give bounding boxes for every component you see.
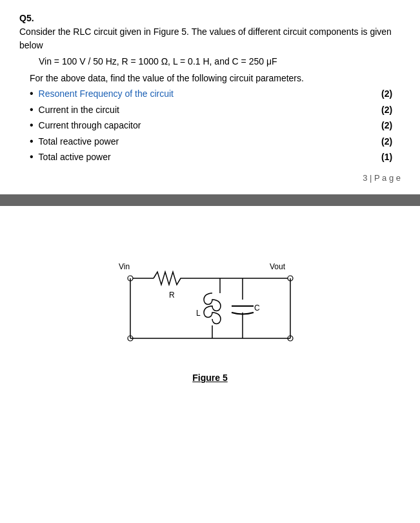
- page-number: 3 | P a g e: [19, 173, 401, 183]
- circuit-diagram: Vin R Vout L: [107, 225, 314, 367]
- bullet-item: •Total reactive power(2): [19, 134, 401, 149]
- bullet-dot: •: [30, 88, 34, 99]
- question-intro: Consider the RLC circuit given in Figure…: [19, 25, 401, 52]
- page-content: Q5. Consider the RLC circuit given in Fi…: [0, 0, 420, 189]
- marks-label: (2): [381, 134, 401, 149]
- bullet-text: Resonent Frequency of the circuit: [39, 87, 174, 101]
- marks-label: (2): [381, 87, 401, 101]
- bullet-text: Total active power: [39, 150, 111, 164]
- marks-label: (2): [381, 118, 401, 132]
- bullet-dot: •: [30, 152, 34, 162]
- circuit-section: Vin R Vout L: [0, 206, 420, 396]
- bullet-item: •Current in the circuit(2): [19, 103, 401, 117]
- bullet-list: •Resonent Frequency of the circuit(2)•Cu…: [19, 87, 401, 164]
- bullet-item: •Total active power(1): [19, 150, 401, 164]
- bullet-text: Current in the circuit: [39, 103, 119, 117]
- c-label: C: [254, 303, 260, 313]
- divider: [0, 194, 420, 206]
- marks-label: (2): [381, 103, 401, 117]
- instruction-text: For the above data, find the value of th…: [30, 73, 304, 83]
- formula-text: Vin = 100 V / 50 Hz, R = 1000 Ω, L = 0.1…: [39, 56, 277, 67]
- formula-line: Vin = 100 V / 50 Hz, R = 1000 Ω, L = 0.1…: [19, 55, 401, 68]
- question-header: Q5. Consider the RLC circuit given in Fi…: [19, 12, 401, 52]
- bullet-dot: •: [30, 120, 34, 130]
- marks-label: (1): [381, 150, 401, 164]
- resistor: [154, 272, 191, 285]
- vin-label: Vin: [119, 262, 130, 271]
- bullet-dot: •: [30, 136, 34, 147]
- circuit-svg: Vin R Vout L: [107, 225, 314, 367]
- bullet-item: •Current through capacitor(2): [19, 118, 401, 132]
- bullet-dot: •: [30, 105, 34, 115]
- inductor: [204, 293, 221, 324]
- vout-label: Vout: [270, 262, 286, 271]
- bullet-text: Current through capacitor: [39, 118, 141, 132]
- bullet-item: •Resonent Frequency of the circuit(2): [19, 87, 401, 101]
- bullet-text: Total reactive power: [39, 134, 119, 149]
- question-number: Q5.: [19, 12, 34, 25]
- r-label: R: [169, 291, 175, 300]
- l-label: L: [196, 309, 201, 318]
- instruction-line: For the above data, find the value of th…: [19, 71, 401, 85]
- figure-label: Figure 5: [192, 373, 227, 383]
